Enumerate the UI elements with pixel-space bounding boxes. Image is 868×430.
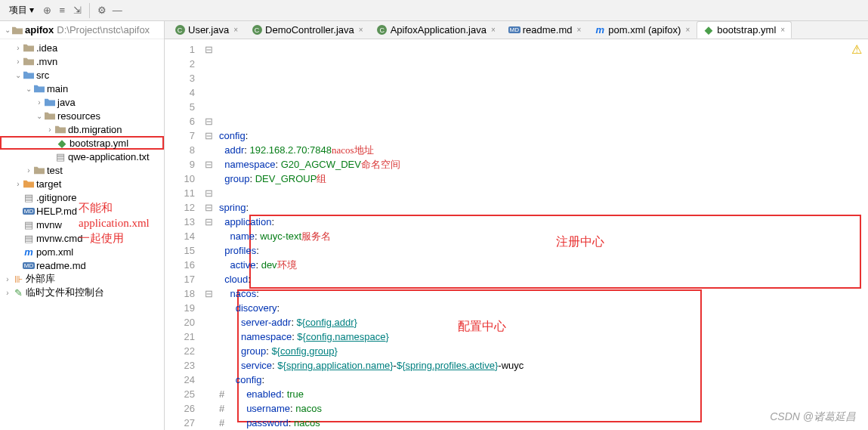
editor-tab[interactable]: MDreadme.md× <box>502 21 588 39</box>
fold-toggle[interactable] <box>201 258 216 272</box>
code-line[interactable]: # username: nacos <box>219 401 862 416</box>
fold-toggle[interactable] <box>201 100 216 114</box>
code-line[interactable]: service: ${spring.application.name}-${sp… <box>219 358 862 373</box>
fold-toggle[interactable]: ⊟ <box>201 157 216 172</box>
fold-toggle[interactable]: ⊟ <box>201 215 216 229</box>
expand-icon[interactable]: ⇲ <box>72 5 82 16</box>
code-line[interactable]: addr: 192.168.2.70:7848nacos地址 <box>219 143 862 157</box>
tree-arrow-icon[interactable]: › <box>14 180 23 188</box>
close-icon[interactable]: × <box>685 26 690 34</box>
fold-toggle[interactable] <box>201 71 216 85</box>
fold-toggle[interactable] <box>201 57 216 71</box>
tree-arrow-icon[interactable]: › <box>24 166 33 175</box>
tree-item[interactable]: ›test <box>0 163 164 177</box>
close-icon[interactable]: × <box>491 26 496 34</box>
tree-arrow-icon[interactable]: › <box>45 125 54 134</box>
code-line[interactable]: name: wuyc-text服务名 <box>219 229 862 243</box>
target-icon[interactable]: ⊕ <box>42 5 52 16</box>
tree-item[interactable]: ◆bootstrap.yml <box>0 136 164 150</box>
tree-root-item[interactable]: ›✎临时文件和控制台 <box>0 286 164 299</box>
fold-toggle[interactable] <box>201 344 216 358</box>
close-icon[interactable]: × <box>576 26 581 34</box>
code-line[interactable]: namespace: ${config.namespace} <box>219 329 862 344</box>
fold-toggle[interactable] <box>201 416 216 430</box>
fold-toggle[interactable] <box>201 387 216 401</box>
fold-toggle[interactable]: ⊟ <box>201 42 216 57</box>
tree-arrow-icon[interactable]: › <box>35 98 44 107</box>
fold-column[interactable]: ⊟⊟⊟⊟⊟⊟⊟⊟ <box>201 39 216 430</box>
code-line[interactable]: nacos: <box>219 286 862 301</box>
tree-item[interactable]: ›.idea <box>0 41 164 54</box>
code-line[interactable]: active: dev环境 <box>219 258 862 272</box>
code-line[interactable]: cloud: <box>219 272 862 286</box>
code-line[interactable]: spring: <box>219 200 862 215</box>
close-icon[interactable]: × <box>233 26 238 34</box>
fold-toggle[interactable] <box>201 329 216 344</box>
gear-icon[interactable]: ⚙ <box>97 5 107 16</box>
editor-tab[interactable]: ◆bootstrap.yml× <box>697 21 792 39</box>
tree-item[interactable]: ›java <box>0 95 164 109</box>
fold-toggle[interactable] <box>201 373 216 387</box>
hide-icon[interactable]: — <box>112 5 122 16</box>
fold-toggle[interactable] <box>201 143 216 157</box>
collapse-icon[interactable]: ≡ <box>57 5 67 16</box>
fold-toggle[interactable] <box>201 401 216 416</box>
fold-toggle[interactable]: ⊟ <box>201 286 216 301</box>
tree-item[interactable]: ▤qwe-application.txt <box>0 150 164 163</box>
close-icon[interactable]: × <box>359 26 363 34</box>
warning-icon[interactable]: ⚠ <box>851 42 862 57</box>
fold-toggle[interactable] <box>201 272 216 286</box>
code-line[interactable]: discovery: <box>219 301 862 315</box>
close-icon[interactable]: × <box>780 26 785 34</box>
tree-item[interactable]: ›target <box>0 177 164 190</box>
fold-toggle[interactable]: ⊟ <box>201 186 216 200</box>
tree-item[interactable]: MDreadme.md <box>0 258 164 272</box>
breadcrumb[interactable]: ⌄ apifox D:\Project\nstc\apifox <box>0 21 164 39</box>
tree-arrow-icon[interactable]: › <box>3 289 12 297</box>
tree-item[interactable]: mpom.xml <box>0 245 164 258</box>
fold-toggle[interactable]: ⊟ <box>201 114 216 128</box>
project-dropdown[interactable]: 项目 ▾ <box>6 4 37 17</box>
tree-item[interactable]: ›db.migration <box>0 122 164 136</box>
tree-label: db.migration <box>68 124 122 135</box>
fold-toggle[interactable]: ⊟ <box>201 128 216 143</box>
code-line[interactable]: config: <box>219 128 862 143</box>
code-line[interactable]: group: DEV_GROUP组 <box>219 172 862 186</box>
chevron-down-icon[interactable]: ⌄ <box>3 26 12 34</box>
tree-item[interactable]: ⌄src <box>0 68 164 82</box>
tree-arrow-icon[interactable]: › <box>14 44 23 52</box>
tree-arrow-icon[interactable]: ⌄ <box>14 71 23 79</box>
fold-toggle[interactable] <box>201 315 216 329</box>
editor-tab[interactable]: CUser.java× <box>168 21 245 39</box>
code-line[interactable]: group: ${config.group} <box>219 344 862 358</box>
editor-tab[interactable]: CApifoxApplication.java× <box>370 21 502 39</box>
fold-toggle[interactable] <box>201 85 216 100</box>
fold-toggle[interactable] <box>201 358 216 373</box>
tree-arrow-icon[interactable]: › <box>14 57 23 66</box>
tree-item[interactable]: ⌄resources <box>0 109 164 122</box>
line-number: 20 <box>165 315 195 329</box>
code-line[interactable]: config: <box>219 373 862 387</box>
editor-tab[interactable]: mpom.xml (apifox)× <box>588 21 697 39</box>
code-line[interactable]: profiles: <box>219 243 862 258</box>
code-line[interactable]: namespace: G20_AGCW_DEV命名空间 <box>219 157 862 172</box>
code-area[interactable]: 注册中心 配置中心 config: addr: 192.168.2.70:784… <box>216 39 868 430</box>
tree-item[interactable]: ⌄main <box>0 82 164 95</box>
tree-root-item[interactable]: ›⊪外部库 <box>0 272 164 286</box>
fold-toggle[interactable] <box>201 301 216 315</box>
tree-arrow-icon[interactable]: ⌄ <box>35 112 44 120</box>
tree-item[interactable]: ›.mvn <box>0 54 164 68</box>
tree-arrow-icon[interactable]: › <box>3 275 12 283</box>
editor-tab[interactable]: CDemoController.java× <box>245 21 370 39</box>
code-line[interactable]: server-addr: ${config.addr} <box>219 315 862 329</box>
fold-toggle[interactable] <box>201 172 216 186</box>
code-line[interactable] <box>219 186 862 200</box>
fold-toggle[interactable] <box>201 229 216 243</box>
fold-toggle[interactable] <box>201 243 216 258</box>
code-line[interactable]: # password: nacos <box>219 416 862 430</box>
code-line[interactable]: application: <box>219 215 862 229</box>
code-line[interactable]: # enabled: true <box>219 387 862 401</box>
code-editor[interactable]: 1234567891011121314151617181920212223242… <box>165 39 868 430</box>
fold-toggle[interactable]: ⊟ <box>201 200 216 215</box>
tree-arrow-icon[interactable]: ⌄ <box>24 85 33 93</box>
